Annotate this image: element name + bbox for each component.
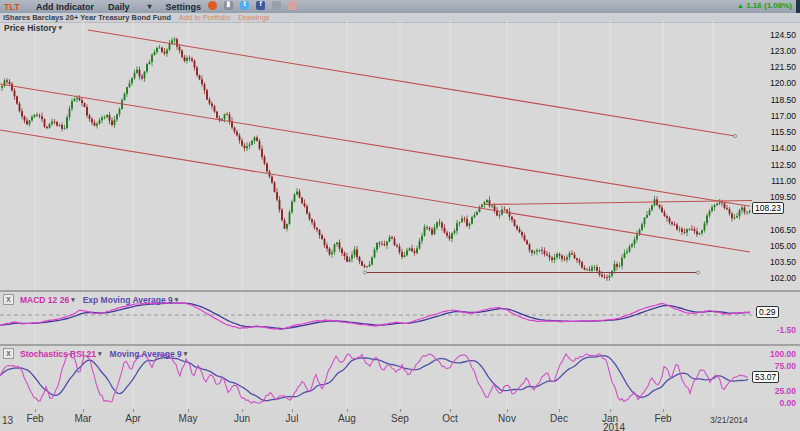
price-axis-label: 118.50 [752,95,799,105]
chevron-down-icon[interactable]: ▾ [184,350,188,358]
close-icon[interactable]: X [3,294,14,305]
axis-tick [292,409,293,412]
price-axis-label: 117.00 [752,111,799,121]
price-axis-label: 124.50 [752,30,799,40]
month-label: Jun [224,413,260,424]
month-label: Feb [17,413,53,424]
twitter-icon[interactable]: t [240,1,249,10]
symbol-ticker[interactable]: TLT [4,2,22,12]
stoch-panel-header: X Stochastics RSI 21 ▾ Moving Average 9 … [3,348,187,359]
macd-signal-label[interactable]: Exp Moving Average 9 [83,295,173,305]
axis-tick [559,409,560,412]
resistance-line [484,201,752,205]
axis-tick [188,409,189,412]
axis-tick [83,409,84,412]
settings-button[interactable]: Settings [166,2,202,12]
price-axis-label: 112.50 [752,160,799,170]
month-label: May [170,413,206,424]
lower-channel-line [0,130,750,252]
price-change-badge: ▲ 1.16 (1.08%) [737,1,792,10]
month-label: Jan [592,413,628,424]
chevron-down-icon[interactable]: ▾ [98,350,102,358]
stoch-value-box: 53.07 [752,371,779,383]
month-label: Mar [65,413,101,424]
add-indicator-button[interactable]: Add Indicator [36,2,94,12]
axis-tick [400,409,401,412]
stoch-rsi-line [0,354,748,403]
macd-axis-label: -1.50 [752,325,799,335]
month-label: Dec [541,413,577,424]
price-change-text: 1.16 (1.08%) [746,1,792,10]
axis-tick [35,409,36,412]
trendlines[interactable] [0,30,752,274]
last-date-label: 3/21/2014 [710,415,748,425]
price-axis-label: 115.50 [752,127,799,137]
bar-chart-icon-glyph: ▮ [224,0,233,8]
axis-tick [663,409,664,412]
brand-circle-icon[interactable] [208,1,217,10]
month-label: Sep [382,413,418,424]
macd-value-box: 0.29 [756,306,779,318]
month-label: Jul [274,413,310,424]
bar-chart-icon[interactable]: ▮ [224,1,233,10]
year-label: 13 [2,415,13,426]
stoch-ma-label[interactable]: Moving Average 9 [110,349,182,359]
price-axis-label: 123.00 [752,46,799,56]
axis-tick [347,409,348,412]
price-chart-canvas[interactable] [0,21,754,290]
line-endpoint-handle [696,271,699,274]
line-endpoint-handle [733,134,736,137]
chevron-down-icon[interactable]: ▾ [175,296,179,304]
macd-panel-header: X MACD 12 26 ▾ Exp Moving Average 9 ▾ [3,294,178,305]
chart-application-window: TLT Add Indicator Daily ▾ Settings ▮tf ▲… [0,0,800,431]
chevron-down-icon[interactable]: ▾ [58,24,62,32]
time-axis[interactable]: 13 2014 3/21/2014 FebMarAprMayJunJulAugS… [0,409,800,431]
price-axis-label: 102.00 [752,273,799,283]
axis-tick [610,409,611,412]
axis-tick [242,409,243,412]
last-price-box: 108.23 [752,202,784,214]
mid-channel-line [0,84,750,206]
price-axis-label: 103.50 [752,257,799,267]
share-icon[interactable] [272,1,281,10]
chevron-down-icon[interactable]: ▾ [71,296,75,304]
upper-channel-line [88,30,735,136]
month-label: Feb [645,413,681,424]
month-label: Apr [115,413,151,424]
month-label: Aug [329,413,365,424]
price-history-header[interactable]: Price History ▾ [4,23,62,33]
macd-indicator-label[interactable]: MACD 12 26 [20,295,69,305]
facebook-icon-glyph: f [256,0,265,7]
price-axis-label: 109.50 [752,192,799,202]
mail-icon[interactable] [288,1,297,10]
vertical-gridlines [35,21,713,290]
macd-signal-line [0,303,750,329]
up-arrow-icon: ▲ [737,2,744,9]
price-axis-label: 114.00 [752,143,799,153]
candlestick-series [1,37,750,281]
toolbar-icon-group: ▮tf [201,1,297,12]
facebook-icon[interactable]: f [256,1,265,10]
twitter-icon-glyph: t [240,0,249,7]
window-corner [796,0,800,13]
price-axis-label: 120.00 [752,78,799,88]
price-axis-label: 121.50 [752,62,799,72]
stoch-axis-label: 75.00 [752,361,799,371]
price-axis-label: 111.00 [752,176,799,186]
main-toolbar: TLT Add Indicator Daily ▾ Settings ▮tf ▲… [0,0,800,13]
axis-tick [450,409,451,412]
line-endpoint-handle [363,271,366,274]
stoch-axis-label: 100.00 [752,349,799,359]
month-label: Oct [432,413,468,424]
stoch-indicator-label[interactable]: Stochastics RSI 21 [20,349,96,359]
price-axis-label: 106.50 [752,225,799,235]
axis-tick [133,409,134,412]
stoch-axis-label: 25.00 [752,386,799,396]
price-history-label[interactable]: Price History [4,23,56,33]
price-axis-label: 105.00 [752,241,799,251]
chevron-down-icon[interactable]: ▾ [148,2,152,11]
interval-select[interactable]: Daily [108,2,130,12]
axis-tick [507,409,508,412]
month-label: Nov [489,413,525,424]
close-icon[interactable]: X [3,348,14,359]
